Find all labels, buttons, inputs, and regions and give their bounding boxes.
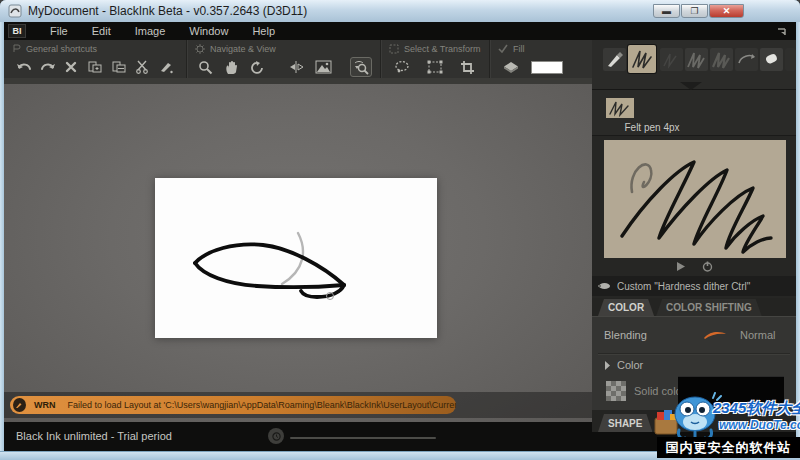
pen-tool-button[interactable] [154, 57, 178, 77]
custom-controller-label: Custom "Hardness dither Ctrl" [617, 281, 750, 292]
crop-button[interactable] [455, 57, 480, 77]
fill-check-icon [498, 44, 508, 53]
shortcuts-icon [12, 44, 21, 53]
toolbar-section-select: Select & Transform [381, 40, 490, 78]
flip-view-button[interactable] [286, 57, 308, 77]
copy-button[interactable] [83, 57, 107, 77]
title-bar[interactable]: MyDocument - BlackInk Beta - v0.357.2643… [0, 0, 800, 22]
expand-arrow-icon [604, 361, 610, 370]
section-title: Fill [513, 44, 525, 54]
brush-tile-partial[interactable] [785, 48, 796, 71]
app-window: MyDocument - BlackInk Beta - v0.357.2643… [0, 0, 800, 460]
color-section-label: Color [617, 359, 643, 371]
brush-tile-pen[interactable] [603, 48, 626, 71]
fill-tool-button[interactable] [498, 57, 523, 77]
license-status: Black Ink unlimited - Trial period [16, 430, 172, 442]
preview-play-button[interactable] [675, 261, 686, 272]
menu-help[interactable]: Help [252, 25, 275, 37]
color-section-header[interactable]: Color [604, 359, 643, 371]
brush-preview[interactable] [604, 140, 786, 258]
toolbar-section-general: General shortcuts [4, 40, 187, 78]
close-button[interactable]: ✕ [709, 4, 744, 18]
fit-image-button[interactable] [312, 57, 334, 77]
select-icon [389, 44, 399, 54]
tab-color[interactable]: COLOR [598, 299, 654, 316]
window-title: MyDocument - BlackInk Beta - v0.357.2643… [28, 4, 307, 18]
watermark: 2345软件大全 www.DuoTe.com 国内更安全的软件站 [645, 390, 800, 460]
clear-button[interactable] [59, 57, 83, 77]
blending-value[interactable]: Normal [740, 329, 775, 341]
blending-label: Blending [604, 329, 647, 341]
color-tabs: COLOR COLOR SHIFTING [592, 298, 796, 317]
warning-message: Failed to load Layout at 'C:\Users\wangj… [67, 400, 456, 410]
window-border-right [796, 22, 800, 451]
navigate-icon [195, 44, 205, 54]
panel-corner-icon[interactable] [776, 25, 788, 37]
watermark-brand: 2345软件大全 [713, 399, 800, 418]
brush-name: Felt pen 4px [592, 122, 712, 133]
timer-icon[interactable] [268, 428, 284, 444]
menu-bar: BI File Edit Image Window Help [4, 22, 796, 40]
preview-power-button[interactable] [702, 261, 713, 272]
blackink-logo[interactable]: BI [8, 24, 26, 38]
menu-edit[interactable]: Edit [92, 25, 111, 37]
maximize-button[interactable]: ❐ [681, 4, 708, 18]
section-title: Navigate & View [210, 44, 276, 54]
transparency-checker-swatch[interactable] [606, 381, 626, 401]
fill-color-swatch[interactable] [531, 61, 563, 74]
warning-pill[interactable]: WRN Failed to load Layout at 'C:\Users\w… [10, 396, 456, 414]
minimize-button[interactable]: ▬ [653, 4, 680, 18]
lasso-select-button[interactable] [389, 57, 414, 77]
toolbar: General shortcuts [4, 40, 592, 84]
menu-image[interactable]: Image [135, 25, 166, 37]
cut-button[interactable] [131, 57, 155, 77]
zoom-tool-button[interactable] [195, 57, 217, 77]
brush-tile-selected[interactable] [628, 45, 656, 73]
pen-warning-icon [13, 398, 26, 412]
warning-band: WRN Failed to load Layout at 'C:\Users\w… [4, 392, 592, 418]
brush-tile-4[interactable] [710, 48, 733, 71]
watermark-url: www.DuoTe.com [719, 418, 800, 432]
section-title: Select & Transform [404, 44, 481, 54]
brush-tile-eraser[interactable] [760, 48, 783, 71]
canvas[interactable] [155, 178, 437, 338]
zoom-region-button[interactable] [350, 57, 372, 77]
custom-controller-row[interactable]: Custom "Hardness dither Ctrl" [592, 276, 796, 296]
menu-file[interactable]: File [50, 25, 68, 37]
brush-info: Felt pen 4px [592, 90, 796, 136]
section-title: General shortcuts [26, 44, 97, 54]
brush-strip [592, 40, 796, 90]
menu-window[interactable]: Window [189, 25, 228, 37]
warning-level: WRN [34, 400, 56, 410]
undo-button[interactable] [12, 57, 36, 77]
trial-progress-line [290, 437, 436, 439]
paste-button[interactable] [107, 57, 131, 77]
workspace[interactable]: WRN Failed to load Layout at 'C:\Users\w… [4, 84, 592, 422]
brush-strip-notch[interactable] [680, 82, 702, 90]
toolbar-section-navigate: Navigate & View [187, 40, 381, 78]
controller-brush-icon [598, 281, 611, 291]
ink-drawing [155, 178, 437, 338]
pan-tool-button[interactable] [221, 57, 243, 77]
brush-tile-smudge[interactable] [735, 48, 758, 71]
right-panel: Felt pen 4px Custom "Hardness dither Ctr… [592, 40, 796, 432]
blending-stroke-icon[interactable] [702, 329, 728, 341]
window-border-left [0, 22, 4, 451]
tab-color-shifting[interactable]: COLOR SHIFTING [656, 299, 762, 316]
watermark-slogan: 国内更安全的软件站 [657, 437, 800, 458]
brush-thumbnail[interactable] [606, 98, 634, 118]
brush-tile-3[interactable] [685, 48, 708, 71]
redo-button[interactable] [36, 57, 60, 77]
toolbar-section-fill: Fill [490, 40, 592, 78]
rotate-view-button[interactable] [247, 57, 269, 77]
app-icon [8, 4, 22, 18]
transform-button[interactable] [422, 57, 447, 77]
brush-tile-2[interactable] [660, 48, 683, 71]
